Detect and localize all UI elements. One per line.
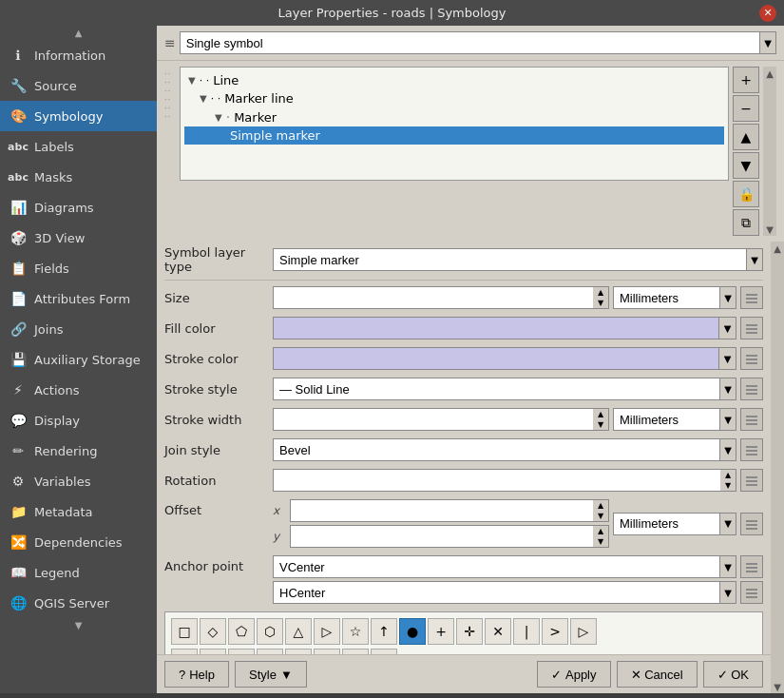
fill-color-data-defined-btn[interactable] bbox=[740, 317, 763, 339]
join-style-arrow[interactable]: ▼ bbox=[719, 438, 736, 461]
size-spin-up[interactable]: ▲ bbox=[593, 287, 608, 298]
size-data-defined-btn[interactable] bbox=[740, 286, 763, 309]
shape-pipe[interactable]: | bbox=[513, 618, 540, 645]
stroke-width-spin-up[interactable]: ▲ bbox=[593, 409, 608, 419]
sidebar-item-rendering[interactable]: ✏ Rendering bbox=[0, 436, 157, 466]
stroke-color-arrow[interactable]: ▼ bbox=[718, 348, 736, 369]
sidebar-item-auxiliary-storage[interactable]: 💾 Auxiliary Storage bbox=[0, 344, 157, 375]
fill-color-swatch-container[interactable]: ▼ bbox=[273, 317, 736, 339]
stroke-width-unit-arrow[interactable]: ▼ bbox=[719, 408, 736, 431]
sidebar-item-source[interactable]: 🔧 Source bbox=[0, 70, 157, 101]
sidebar-item-fields[interactable]: 📋 Fields bbox=[0, 253, 157, 283]
offset-unit-select[interactable]: Millimeters bbox=[613, 513, 719, 535]
join-style-select[interactable]: Bevel bbox=[273, 438, 719, 461]
sidebar-scroll-down[interactable]: ▼ bbox=[0, 618, 157, 632]
shape-square[interactable]: □ bbox=[171, 618, 198, 645]
tree-item-marker[interactable]: ▼ · Marker bbox=[184, 107, 724, 126]
shape-half-arc[interactable]: ▷ bbox=[570, 618, 597, 645]
offset-x-spin-down[interactable]: ▼ bbox=[593, 511, 608, 521]
scroll-up-arrow[interactable]: ▲ bbox=[763, 67, 776, 80]
shape-circle[interactable]: ● bbox=[399, 618, 426, 645]
shape-star[interactable]: ☆ bbox=[342, 618, 369, 645]
props-scroll-down[interactable]: ▼ bbox=[771, 680, 784, 693]
stroke-width-input[interactable]: Hairline bbox=[273, 408, 593, 431]
sidebar-item-symbology[interactable]: 🎨 Symbology bbox=[0, 101, 157, 131]
tree-add-button[interactable]: + bbox=[733, 67, 759, 93]
shape-triangle[interactable]: △ bbox=[285, 618, 312, 645]
stroke-width-spin-down[interactable]: ▼ bbox=[593, 419, 608, 430]
symbol-layer-type-dropdown-arrow[interactable]: ▼ bbox=[746, 248, 763, 271]
sidebar-item-masks[interactable]: abc Masks bbox=[0, 162, 157, 192]
stroke-color-data-defined-btn[interactable] bbox=[740, 347, 763, 370]
tree-remove-button[interactable]: − bbox=[733, 95, 759, 122]
shape-arrow-up[interactable]: ↑ bbox=[371, 618, 397, 645]
sidebar-item-joins[interactable]: 🔗 Joins bbox=[0, 314, 157, 344]
join-style-data-defined-btn[interactable] bbox=[740, 438, 763, 461]
tree-item-marker-line[interactable]: ▼ · · Marker line bbox=[184, 89, 724, 107]
sidebar-item-variables[interactable]: ⚙ Variables bbox=[0, 466, 157, 496]
offset-unit-arrow[interactable]: ▼ bbox=[719, 513, 736, 535]
scroll-down-arrow[interactable]: ▼ bbox=[763, 223, 776, 236]
fill-color-swatch[interactable] bbox=[274, 318, 718, 339]
shape-x[interactable]: ✕ bbox=[485, 618, 511, 645]
shape-cross[interactable]: + bbox=[428, 618, 454, 645]
shape-pentagon[interactable]: ⬠ bbox=[228, 618, 255, 645]
shape-cross2[interactable]: ✛ bbox=[456, 618, 483, 645]
symbol-type-select[interactable]: Single symbol bbox=[180, 31, 759, 54]
size-spin-down[interactable]: ▼ bbox=[593, 298, 608, 308]
size-unit-arrow[interactable]: ▼ bbox=[719, 286, 736, 309]
sidebar-item-metadata[interactable]: 📁 Metadata bbox=[0, 496, 157, 527]
offset-y-input[interactable]: 0,000000 bbox=[290, 525, 593, 548]
help-button[interactable]: ? Help bbox=[164, 661, 229, 688]
anchor-hcenter-data-defined-btn[interactable] bbox=[740, 581, 763, 604]
symbol-type-dropdown-arrow[interactable]: ▼ bbox=[759, 31, 776, 54]
sidebar-item-actions[interactable]: ⚡ Actions bbox=[0, 375, 157, 405]
cancel-button[interactable]: ✕ Cancel bbox=[617, 661, 698, 688]
anchor-vcenter-data-defined-btn[interactable] bbox=[740, 555, 763, 578]
stroke-width-unit-select[interactable]: Millimeters bbox=[613, 408, 719, 431]
sidebar-item-legend[interactable]: 📖 Legend bbox=[0, 557, 157, 588]
stroke-color-swatch-container[interactable]: ▼ bbox=[273, 347, 736, 370]
stroke-color-swatch[interactable] bbox=[274, 348, 718, 369]
stroke-style-select[interactable]: — Solid Line bbox=[273, 378, 719, 400]
anchor-vcenter-select[interactable]: VCenter bbox=[273, 555, 719, 578]
tree-item-simple-marker[interactable]: Simple marker bbox=[184, 126, 724, 145]
shape-diamond[interactable]: ◇ bbox=[200, 618, 226, 645]
close-button[interactable]: ✕ bbox=[759, 5, 776, 22]
tree-item-line[interactable]: ▼ · · Line bbox=[184, 71, 724, 89]
props-scroll-up[interactable]: ▲ bbox=[771, 242, 784, 255]
offset-x-spin-up[interactable]: ▲ bbox=[593, 500, 608, 511]
offset-y-spin-down[interactable]: ▼ bbox=[593, 536, 608, 547]
sidebar-scroll-up[interactable]: ▲ bbox=[0, 26, 157, 40]
fill-color-arrow[interactable]: ▼ bbox=[718, 318, 736, 339]
tree-up-button[interactable]: ▲ bbox=[733, 124, 759, 150]
sidebar-item-diagrams[interactable]: 📊 Diagrams bbox=[0, 192, 157, 223]
stroke-style-arrow[interactable]: ▼ bbox=[719, 378, 736, 400]
rotation-input[interactable]: 0,00 ° bbox=[273, 469, 720, 492]
stroke-width-data-defined-btn[interactable] bbox=[740, 408, 763, 431]
sidebar-item-dependencies[interactable]: 🔀 Dependencies bbox=[0, 527, 157, 557]
properties-scrollbar[interactable]: ▲ ▼ bbox=[771, 242, 784, 693]
shape-arrow-right[interactable]: > bbox=[542, 618, 568, 645]
sidebar-item-3dview[interactable]: 🎲 3D View bbox=[0, 223, 157, 253]
sidebar-item-display[interactable]: 💬 Display bbox=[0, 405, 157, 436]
symbol-layer-type-select[interactable]: Simple marker bbox=[273, 248, 746, 271]
sidebar-item-attributes-form[interactable]: 📄 Attributes Form bbox=[0, 283, 157, 314]
offset-y-spin-up[interactable]: ▲ bbox=[593, 526, 608, 536]
stroke-style-data-defined-btn[interactable] bbox=[740, 378, 763, 400]
offset-x-input[interactable]: 0,000000 bbox=[290, 499, 593, 522]
offset-data-defined-btn[interactable] bbox=[740, 513, 763, 535]
ok-button[interactable]: ✓ OK bbox=[703, 661, 763, 688]
right-scrollbar[interactable]: ▲ ▼ bbox=[763, 67, 776, 236]
sidebar-item-information[interactable]: ℹ Information bbox=[0, 40, 157, 70]
anchor-vcenter-arrow[interactable]: ▼ bbox=[719, 555, 736, 578]
size-input[interactable]: 0,500000 bbox=[273, 286, 593, 309]
shape-right-triangle[interactable]: ▷ bbox=[314, 618, 340, 645]
shape-hexagon[interactable]: ⬡ bbox=[257, 618, 283, 645]
apply-button[interactable]: ✓ Apply bbox=[537, 661, 611, 688]
rotation-spin-down[interactable]: ▼ bbox=[720, 480, 736, 491]
style-button[interactable]: Style ▼ bbox=[235, 661, 307, 688]
size-unit-select[interactable]: Millimeters bbox=[613, 286, 719, 309]
anchor-hcenter-arrow[interactable]: ▼ bbox=[719, 581, 736, 604]
tree-down-button[interactable]: ▼ bbox=[733, 152, 759, 179]
